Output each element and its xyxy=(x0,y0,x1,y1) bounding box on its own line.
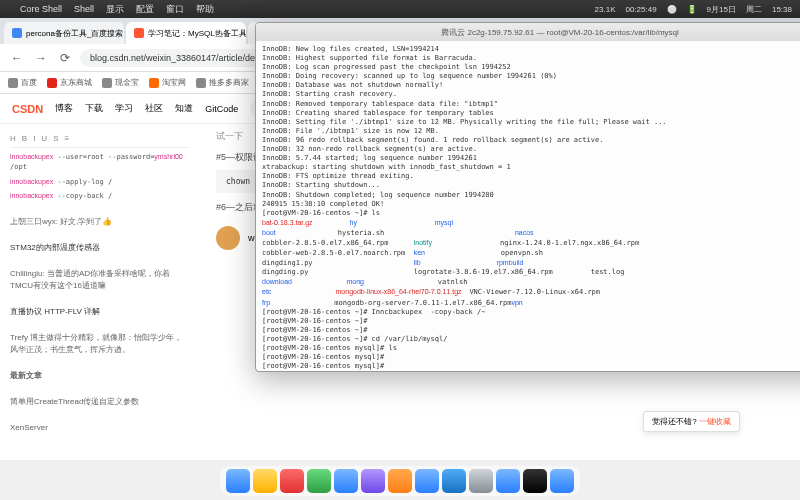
dock-app[interactable] xyxy=(361,469,385,493)
favorite-tip[interactable]: 觉得还不错? 一键收藏 xyxy=(643,411,740,432)
menu-view[interactable]: 显示 xyxy=(106,3,124,16)
comment-4: 直播协议 HTTP-FLV 详解 xyxy=(10,306,190,318)
bookmark-pdd[interactable]: 推多多商家 xyxy=(196,77,249,88)
nav-community[interactable]: 社区 xyxy=(145,102,163,115)
tab-label: percona备份工具_百度搜索 xyxy=(26,28,123,39)
menu-config[interactable]: 配置 xyxy=(136,3,154,16)
bookmark-jd[interactable]: 京东商城 xyxy=(47,77,92,88)
dock-app[interactable] xyxy=(469,469,493,493)
dock-app[interactable] xyxy=(523,469,547,493)
comment-5: Trefy 博主做得十分精彩，就像那：怡阳学少年，风华正茂；书生意气，挥斥方遒。 xyxy=(10,332,190,356)
terminal-window[interactable]: 腾讯云 2c2g-159.75.92.61 — root@VM-20-16-ce… xyxy=(255,22,800,372)
avatar[interactable] xyxy=(216,226,240,250)
dock-app[interactable] xyxy=(307,469,331,493)
dock-app[interactable] xyxy=(334,469,358,493)
bookmark-cash[interactable]: 现金宝 xyxy=(102,77,139,88)
weekday: 周二 xyxy=(746,4,762,15)
dock-app[interactable] xyxy=(442,469,466,493)
dock-app[interactable] xyxy=(415,469,439,493)
date: 9月15日 xyxy=(707,4,736,15)
left-sidebar: HBIUS≡ innobackupex --user=root --passwo… xyxy=(0,94,200,460)
menu-help[interactable]: 帮助 xyxy=(196,3,214,16)
editor-toolbar: HBIUS≡ xyxy=(10,130,190,148)
dock-app[interactable] xyxy=(253,469,277,493)
dock-app[interactable] xyxy=(496,469,520,493)
nav-blog[interactable]: 博客 xyxy=(55,102,73,115)
menu-shell[interactable]: Shell xyxy=(74,4,94,14)
code-snippet-1: innobackupex --user=root --password=ymsh… xyxy=(10,152,190,173)
terminal-body[interactable]: InnoDB: New log files created, LSN=19942… xyxy=(256,41,800,371)
macos-dock xyxy=(220,466,580,496)
nav-download[interactable]: 下载 xyxy=(85,102,103,115)
terminal-title[interactable]: 腾讯云 2c2g-159.75.92.61 — root@VM-20-16-ce… xyxy=(256,23,800,41)
comment-2: STM32的内部温度传感器 xyxy=(10,242,190,254)
dock-app[interactable] xyxy=(388,469,412,493)
macos-menubar: Core Shell Shell 显示 配置 窗口 帮助 23.1K 00:25… xyxy=(0,0,800,18)
bookmark-baidu[interactable]: 百度 xyxy=(8,77,37,88)
dock-trash[interactable] xyxy=(550,469,574,493)
code-snippet-2: innobackupex --apply-log / xyxy=(10,177,190,188)
recent-2[interactable]: XenServer xyxy=(10,422,190,434)
menu-window[interactable]: 窗口 xyxy=(166,3,184,16)
dock-app[interactable] xyxy=(280,469,304,493)
timer: 00:25:49 xyxy=(625,5,656,14)
code-snippet-3: innobackupex --copy-back / xyxy=(10,191,190,202)
app-name[interactable]: Core Shell xyxy=(20,4,62,14)
tab-label: 学习笔记：MySQL热备工具P xyxy=(148,28,246,39)
back-button[interactable]: ← xyxy=(8,49,26,67)
nav-learn[interactable]: 学习 xyxy=(115,102,133,115)
battery-icon[interactable]: 🔋 xyxy=(687,5,697,14)
favicon-icon xyxy=(12,28,22,38)
dock-finder[interactable] xyxy=(226,469,250,493)
csdn-logo[interactable]: CSDN xyxy=(12,103,43,115)
favicon-icon xyxy=(134,28,144,38)
comment-3: Chillinglu: 当普通的AD你准备采样啥呢，你着TMCU有没有这个16通… xyxy=(10,268,190,292)
reload-button[interactable]: ⟳ xyxy=(56,49,74,67)
tab-baidu[interactable]: percona备份工具_百度搜索× xyxy=(4,22,124,44)
nav-know[interactable]: 知道 xyxy=(175,102,193,115)
forward-button[interactable]: → xyxy=(32,49,50,67)
recent-title: 最新文章 xyxy=(10,370,190,382)
time: 15:38 xyxy=(772,5,792,14)
comment-1: 上朝三日wyx: 好文,学到了👍 xyxy=(10,216,190,228)
bookmark-taobao[interactable]: 淘宝网 xyxy=(149,77,186,88)
net-stat: 23.1K xyxy=(595,5,616,14)
nav-gitcode[interactable]: GitCode xyxy=(205,104,238,114)
recent-1[interactable]: 简单用CreateThread传递自定义参数 xyxy=(10,396,190,408)
wifi-icon[interactable]: ⚪ xyxy=(667,5,677,14)
tab-csdn-active[interactable]: 学习笔记：MySQL热备工具P× xyxy=(126,22,246,44)
